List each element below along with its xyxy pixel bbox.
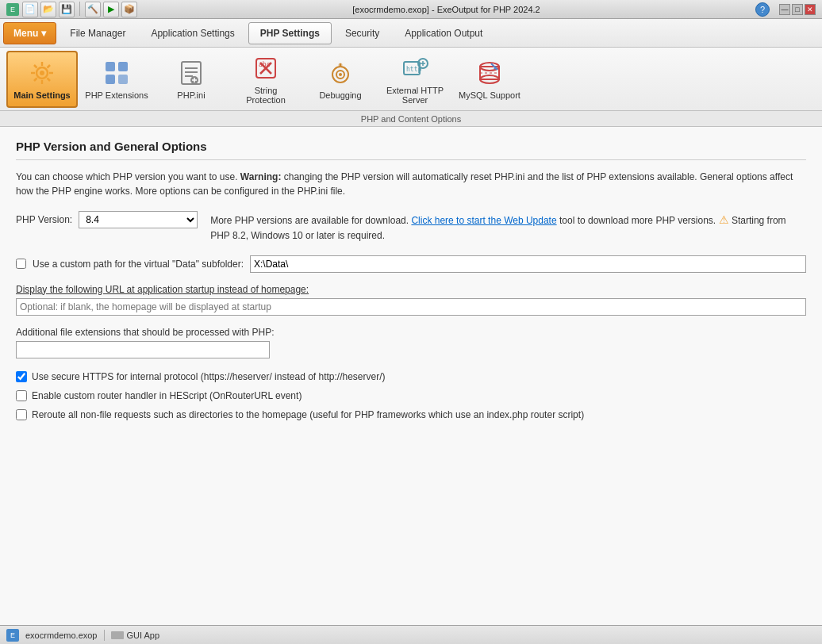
mysql-support-label: MySQL Support	[459, 90, 520, 100]
toolbar-build[interactable]: 🔨	[85, 2, 101, 17]
custom-path-input[interactable]	[250, 255, 806, 273]
url-display-input[interactable]	[16, 298, 806, 316]
additional-ext-input[interactable]	[16, 341, 270, 358]
tab-app-output[interactable]: Application Output	[393, 22, 494, 44]
svg-point-29	[339, 63, 343, 67]
toolbar-save[interactable]: 💾	[59, 2, 75, 17]
toolbar-new[interactable]: 📄	[22, 2, 38, 17]
icon-toolbar: Main Settings PHP Extensions	[0, 48, 822, 111]
warning-bold: Warning:	[240, 171, 282, 182]
php-extensions-icon	[102, 59, 131, 87]
info-text: You can choose which PHP version you wan…	[16, 170, 806, 198]
icon-main-settings[interactable]: Main Settings	[6, 51, 78, 108]
router-checkbox-row: Enable custom router handler in HEScript…	[16, 390, 806, 401]
toolbar-package[interactable]: 📦	[121, 2, 137, 17]
external-http-icon: http	[401, 54, 429, 82]
svg-line-6	[34, 65, 37, 68]
https-label[interactable]: Use secure HTTPS for internal protocol (…	[32, 371, 386, 382]
svg-rect-11	[118, 62, 128, 71]
toolbar-open[interactable]: 📂	[40, 2, 56, 17]
menu-arrow: ▾	[41, 28, 46, 39]
tab-security[interactable]: Security	[333, 22, 391, 44]
status-file: exocrmdemo.exop	[25, 631, 98, 640]
toolbar-sep1	[79, 2, 80, 16]
svg-point-27	[339, 73, 342, 76]
custom-path-checkbox[interactable]	[16, 259, 26, 269]
icon-external-http[interactable]: http External HTTP Server	[379, 51, 451, 108]
reroute-checkbox[interactable]	[16, 409, 27, 420]
php-version-left: PHP Version: 8.4 8.3 8.2 8.1 8.0 7.4	[16, 211, 198, 228]
window-title: [exocrmdemo.exop] - ExeOutput for PHP 20…	[137, 5, 755, 14]
svg-line-7	[48, 78, 51, 81]
titlebar: E 📄 📂 💾 🔨 ▶ 📦 [exocrmdemo.exop] - ExeOut…	[0, 0, 822, 19]
tab-file-manager[interactable]: File Manager	[58, 22, 137, 44]
titlebar-left: E 📄 📂 💾 🔨 ▶ 📦	[6, 2, 137, 17]
custom-path-label[interactable]: Use a custom path for the virtual "Data"…	[33, 259, 244, 270]
string-protection-icon: abc	[252, 54, 280, 82]
phpini-label: PHP.ini	[177, 90, 205, 100]
php-version-select[interactable]: 8.4 8.3 8.2 8.1 8.0 7.4	[79, 211, 198, 228]
tab-app-settings[interactable]: Application Settings	[139, 22, 246, 44]
router-checkbox[interactable]	[16, 390, 27, 401]
close-button[interactable]: ✕	[805, 4, 816, 15]
app-icon: E	[6, 3, 19, 16]
status-type-icon	[111, 631, 124, 639]
status-type-area: GUI App	[111, 631, 160, 640]
titlebar-right: ? — □ ✕	[755, 2, 816, 17]
reroute-label[interactable]: Reroute all non-file requests such as di…	[32, 409, 584, 420]
icon-php-extensions[interactable]: PHP Extensions	[81, 51, 152, 108]
php-extensions-label: PHP Extensions	[85, 90, 148, 100]
toolbar-run[interactable]: ▶	[103, 2, 119, 17]
external-http-label: External HTTP Server	[383, 86, 447, 105]
section-title: PHP Version and General Options	[16, 140, 806, 160]
statusbar: E exocrmdemo.exop GUI App	[0, 625, 822, 644]
help-button[interactable]: ?	[755, 2, 770, 17]
main-settings-icon	[28, 59, 56, 87]
web-update-link[interactable]: Click here to start the Web Update	[411, 215, 556, 226]
tab-php-settings[interactable]: PHP Settings	[248, 22, 332, 44]
svg-rect-10	[106, 62, 115, 71]
status-app-type: GUI App	[127, 631, 160, 640]
string-protection-label: String Protection	[234, 86, 298, 105]
main-settings-label: Main Settings	[13, 90, 71, 100]
icon-debugging[interactable]: Debugging	[305, 51, 376, 108]
ribbon-subtitle: PHP and Content Options	[0, 111, 822, 127]
warning-icon: ⚠	[719, 213, 729, 226]
app-window: E 📄 📂 💾 🔨 ▶ 📦 [exocrmdemo.exop] - ExeOut…	[0, 0, 822, 644]
mysql-support-icon	[475, 59, 504, 87]
svg-point-1	[40, 71, 44, 75]
additional-ext-label: Additional file extensions that should b…	[16, 327, 806, 338]
status-icon: E	[6, 629, 19, 642]
https-checkbox[interactable]	[16, 371, 27, 382]
icon-phpini[interactable]: PHP.ini	[156, 51, 227, 108]
svg-line-9	[34, 78, 37, 81]
svg-rect-12	[106, 75, 115, 84]
restore-button[interactable]: □	[792, 4, 803, 15]
custom-path-row: Use a custom path for the virtual "Data"…	[16, 255, 806, 273]
svg-line-8	[48, 65, 51, 68]
php-version-info: More PHP versions are available for down…	[210, 211, 806, 244]
php-version-label: PHP Version:	[16, 214, 72, 225]
debugging-icon	[326, 59, 355, 87]
icon-mysql-support[interactable]: MySQL Support	[454, 51, 525, 108]
content-area: PHP Version and General Options You can …	[0, 127, 822, 644]
php-version-row: PHP Version: 8.4 8.3 8.2 8.1 8.0 7.4 Mor…	[16, 211, 806, 244]
svg-rect-13	[118, 75, 128, 84]
menu-button[interactable]: Menu ▾	[3, 22, 56, 44]
router-label[interactable]: Enable custom router handler in HEScript…	[32, 390, 302, 401]
svg-text:abc: abc	[259, 61, 271, 68]
url-display-label[interactable]: Display the following URL at application…	[16, 284, 806, 295]
menu-label: Menu	[13, 28, 38, 39]
menubar: Menu ▾ File Manager Application Settings…	[0, 19, 822, 48]
statusbar-sep	[104, 630, 105, 641]
debugging-label: Debugging	[319, 90, 361, 100]
minimize-button[interactable]: —	[779, 4, 790, 15]
url-display-row: Display the following URL at application…	[16, 284, 806, 316]
https-checkbox-row: Use secure HTTPS for internal protocol (…	[16, 371, 806, 382]
additional-ext-row: Additional file extensions that should b…	[16, 327, 806, 358]
phpini-icon	[177, 59, 206, 87]
reroute-checkbox-row: Reroute all non-file requests such as di…	[16, 409, 806, 420]
icon-string-protection[interactable]: abc String Protection	[230, 51, 302, 108]
